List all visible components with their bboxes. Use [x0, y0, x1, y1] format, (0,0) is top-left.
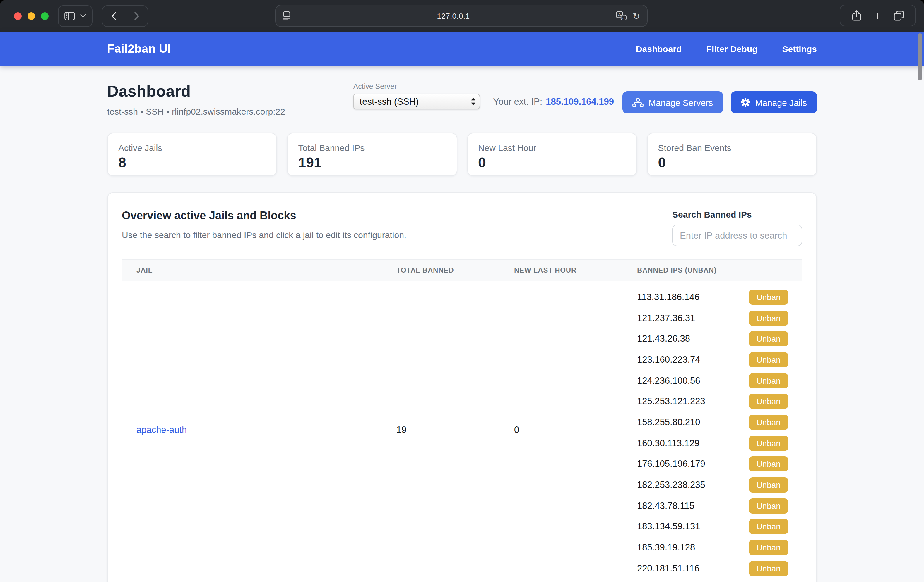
stat-value: 0: [658, 155, 806, 171]
unban-button[interactable]: Unban: [749, 373, 788, 388]
stat-card-stored-ban-events: Stored Ban Events 0: [647, 133, 817, 176]
reader-view-icon[interactable]: [283, 11, 290, 20]
back-button[interactable]: [102, 5, 125, 26]
manage-jails-label: Manage Jails: [755, 97, 807, 107]
overview-subtitle: Use the search to filter banned IPs and …: [122, 230, 406, 240]
page-scrollbar-thumb[interactable]: [917, 33, 922, 80]
unban-button[interactable]: Unban: [749, 457, 788, 472]
ext-ip-value: 185.109.164.199: [546, 97, 614, 107]
banned-ip-row: 123.160.223.74Unban: [637, 349, 788, 370]
traffic-lights: [14, 12, 49, 20]
banned-ip-row: 121.43.26.38Unban: [637, 329, 788, 349]
jail-link[interactable]: apache-auth: [137, 425, 187, 435]
banned-ip: 220.181.51.116: [637, 563, 700, 574]
overview-title: Overview active Jails and Blocks: [122, 209, 406, 222]
maximize-window-button[interactable]: [41, 12, 49, 20]
col-header-total-banned: Total Banned: [396, 266, 514, 275]
banned-ips-list: 113.31.186.146Unban121.237.36.31Unban121…: [637, 281, 802, 579]
unban-button[interactable]: Unban: [749, 310, 788, 326]
banned-ip: 160.30.113.129: [637, 438, 700, 448]
banned-ip-row: 113.31.186.146Unban: [637, 287, 788, 307]
banned-ip: 123.160.223.74: [637, 355, 700, 365]
banned-ip-row: 183.134.59.131Unban: [637, 516, 788, 537]
manage-servers-button[interactable]: Manage Servers: [622, 91, 723, 113]
translate-icon[interactable]: A a: [616, 11, 627, 20]
close-window-button[interactable]: [14, 12, 21, 20]
browser-toolbar: 127.0.0.1 A a ↻: [0, 0, 924, 31]
gear-icon: [741, 98, 750, 107]
sidebar-toggle-button[interactable]: [58, 5, 92, 26]
sidebar-icon: [64, 12, 75, 20]
banned-ip-row: 124.236.100.56Unban: [637, 370, 788, 391]
banned-ip: 182.253.238.235: [637, 480, 705, 490]
banned-ip: 185.39.19.128: [637, 542, 695, 553]
unban-button[interactable]: Unban: [749, 519, 788, 534]
total-banned-value: 19: [396, 425, 514, 436]
stat-cards: Active Jails 8 Total Banned IPs 191 New …: [107, 133, 817, 176]
tab-overview-icon[interactable]: [888, 5, 909, 26]
banned-ip-row: 185.39.19.128Unban: [637, 537, 788, 558]
active-server-select[interactable]: test-ssh (SSH): [353, 94, 480, 109]
unban-button[interactable]: Unban: [749, 477, 788, 493]
app-navbar: Fail2ban UI Dashboard Filter Debug Setti…: [0, 31, 924, 66]
banned-ip: 121.237.36.31: [637, 312, 695, 323]
banned-ip: 121.43.26.38: [637, 334, 690, 344]
col-header-jail: Jail: [122, 266, 396, 275]
banned-ip: 125.253.121.223: [637, 396, 705, 407]
banned-ip: 158.255.80.210: [637, 417, 700, 427]
minimize-window-button[interactable]: [28, 12, 35, 20]
search-input[interactable]: [672, 225, 802, 246]
unban-button[interactable]: Unban: [749, 352, 788, 367]
svg-text:a: a: [623, 15, 625, 20]
stat-card-total-banned: Total Banned IPs 191: [287, 133, 457, 176]
select-arrows-icon: [470, 97, 476, 106]
unban-button[interactable]: Unban: [749, 498, 788, 513]
stat-label: Stored Ban Events: [658, 143, 806, 153]
banned-ip-row: 176.105.196.179Unban: [637, 454, 788, 474]
toolbar-right-group: +: [840, 5, 916, 26]
unban-button[interactable]: Unban: [749, 415, 788, 430]
browser-window: 127.0.0.1 A a ↻: [0, 0, 924, 582]
unban-button[interactable]: Unban: [749, 436, 788, 450]
manage-servers-label: Manage Servers: [648, 97, 713, 107]
history-nav-group: [102, 5, 148, 26]
banned-ip: 124.236.100.56: [637, 375, 700, 386]
nav-item-filter-debug[interactable]: Filter Debug: [706, 44, 758, 54]
jails-table: Jail Total Banned New Last Hour Banned I…: [122, 259, 802, 579]
stat-label: Active Jails: [118, 143, 266, 153]
url-text: 127.0.0.1: [290, 12, 616, 20]
banned-ip: 183.134.59.131: [637, 521, 700, 532]
table-row: apache-auth 19 0 113.31.186.146Unban121.…: [122, 281, 802, 579]
banned-ip-row: 158.255.80.210Unban: [637, 412, 788, 432]
address-bar[interactable]: 127.0.0.1 A a ↻: [275, 5, 648, 27]
stat-value: 0: [478, 155, 626, 171]
sitemap-icon: [632, 98, 643, 107]
share-icon[interactable]: [846, 5, 867, 26]
app-brand: Fail2ban UI: [107, 42, 171, 56]
nav-item-settings[interactable]: Settings: [782, 44, 817, 54]
stat-label: Total Banned IPs: [298, 143, 446, 153]
table-header-row: Jail Total Banned New Last Hour Banned I…: [122, 259, 802, 281]
banned-ip-row: 121.237.36.31Unban: [637, 307, 788, 328]
banned-ip-row: 182.43.78.115Unban: [637, 495, 788, 516]
server-subtitle: test-ssh • SSH • rlinfp02.swissmakers.co…: [107, 107, 285, 117]
new-tab-icon[interactable]: +: [867, 5, 888, 26]
reload-icon[interactable]: ↻: [633, 12, 640, 20]
stat-value: 191: [298, 155, 446, 171]
new-last-hour-value: 0: [514, 425, 637, 436]
unban-button[interactable]: Unban: [749, 540, 788, 555]
col-header-banned-ips: Banned IPs (Unban): [637, 266, 802, 275]
col-header-new-last-hour: New Last Hour: [514, 266, 637, 275]
search-banned-ips-label: Search Banned IPs: [672, 209, 802, 219]
nav-item-dashboard[interactable]: Dashboard: [636, 44, 682, 54]
unban-button[interactable]: Unban: [749, 394, 788, 409]
forward-button[interactable]: [125, 5, 148, 26]
unban-button[interactable]: Unban: [749, 561, 788, 576]
unban-button[interactable]: Unban: [749, 331, 788, 346]
page-title: Dashboard: [107, 82, 285, 100]
active-server-value: test-ssh (SSH): [360, 96, 470, 107]
unban-button[interactable]: Unban: [749, 289, 788, 305]
stat-value: 8: [118, 155, 266, 171]
manage-jails-button[interactable]: Manage Jails: [731, 91, 817, 113]
stat-label: New Last Hour: [478, 143, 626, 153]
